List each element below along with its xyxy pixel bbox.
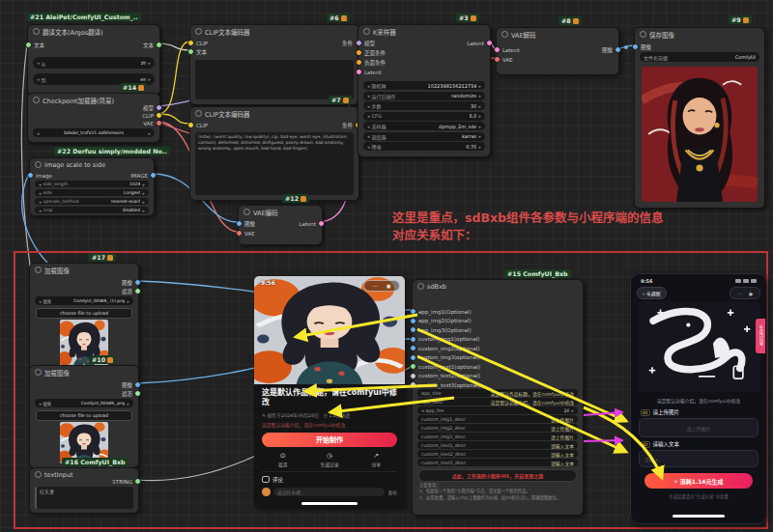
prev-arrow-icon[interactable] (367, 144, 370, 150)
prompt-textarea[interactable] (195, 60, 354, 99)
node-load-image-2[interactable]: 加载图像 图像 遮罩 图像ComfyUI_00469_.png choose f… (29, 365, 139, 468)
collapse-dot-icon[interactable] (35, 471, 42, 478)
port-latent-out[interactable]: Latent (467, 40, 490, 46)
next-arrow-icon[interactable] (142, 182, 145, 187)
history-tag[interactable]: 生成记录 (756, 319, 765, 353)
prompt-textarea[interactable]: (nsfw), (worst quality, low quality), cg… (195, 132, 354, 195)
port-dot[interactable] (356, 49, 362, 56)
port-dot[interactable] (494, 56, 501, 63)
image-upload-box[interactable]: 请上传图片 (639, 418, 759, 437)
port-image-out[interactable]: 图像 (602, 46, 618, 53)
port-text-in[interactable]: 文本 (28, 42, 44, 48)
port-custom-text1[interactable]: custom_text1(optional) (413, 363, 480, 370)
collapse-dot-icon[interactable] (363, 28, 370, 35)
voice-input-icon[interactable]: ¦ (751, 456, 753, 462)
collapse-dot-icon[interactable] (35, 369, 42, 376)
prev-arrow-icon[interactable] (39, 182, 42, 187)
node-load-image-1[interactable]: 加载图像 图像 遮罩 图像ComfyUI_00469_ (1).png choo… (29, 263, 139, 371)
port-dot[interactable] (134, 390, 141, 397)
prev-arrow-icon[interactable] (421, 407, 424, 413)
port-latent-out[interactable]: Latent (299, 220, 322, 227)
collapse-dot-icon[interactable] (35, 161, 42, 168)
port-mask-out[interactable]: 遮罩 (122, 288, 138, 294)
prev-arrow-icon[interactable] (37, 76, 40, 82)
node-clip-encode-positive[interactable]: CLIP文本编码器 CLIP 文本 条件 (189, 24, 359, 105)
reroute-dot[interactable] (624, 45, 628, 49)
node-header[interactable]: CLIP文本编码器 (190, 25, 358, 38)
collapse-dot-icon[interactable] (195, 28, 202, 35)
port-dot[interactable] (187, 48, 194, 55)
node-vae-encode[interactable]: VAE编码 图像 VAE Latent (238, 205, 323, 245)
widget-from[interactable]: 从zh (33, 57, 155, 69)
port-dot[interactable] (410, 345, 416, 351)
port-dot[interactable] (150, 172, 157, 179)
widget-image-file[interactable]: 图像ComfyUI_00469_ (1).png (35, 296, 133, 305)
port-vae-in[interactable]: VAE (239, 230, 255, 237)
widget-app-title[interactable]: app_title这是默认作品标题，请在comfyui中修改 (417, 389, 578, 397)
port-dot[interactable] (25, 42, 32, 48)
port-dot[interactable] (318, 220, 325, 227)
pay-generate-button[interactable]: ⚡ 消耗1.14元生成 (644, 473, 753, 489)
next-arrow-icon[interactable] (142, 190, 145, 196)
next-arrow-icon[interactable] (478, 113, 481, 119)
node-header[interactable]: Image scale to side (30, 158, 154, 171)
port-dot[interactable] (410, 381, 416, 388)
port-model-out[interactable]: 模型 (143, 104, 159, 111)
collapse-dot-icon[interactable] (243, 209, 250, 215)
port-dot[interactable] (356, 59, 362, 66)
widget-sampler[interactable]: 采样器dpmpp_2m_sde (363, 122, 485, 130)
node-header[interactable]: VAE编码 (239, 206, 322, 218)
port-dot[interactable] (356, 69, 362, 75)
port-image-out[interactable]: IMAGE (130, 172, 154, 179)
next-arrow-icon[interactable] (478, 133, 481, 139)
next-arrow-icon[interactable] (478, 93, 481, 98)
port-custom-img1[interactable]: custom_img1(optional) (413, 336, 479, 343)
port-conditioning-out[interactable]: 条件 (342, 122, 358, 128)
widget-custom-img3-desc[interactable]: custom_img3_desc请上传图片 (417, 433, 578, 440)
port-dot[interactable] (156, 112, 162, 119)
port-image-in[interactable]: 图像 (239, 220, 255, 227)
node-vae-decode[interactable]: VAE解码 Latent VAE 图像 (496, 27, 619, 75)
widget-app-desc[interactable]: app_desc这是默认功能介绍，请在comfyui中修改 (417, 398, 578, 406)
port-dot[interactable] (27, 172, 34, 179)
widget-filename-prefix[interactable]: 文件名前缀ComfyUI (640, 52, 759, 62)
more-icon[interactable]: ⋯ (373, 283, 379, 289)
prev-arrow-icon[interactable] (37, 130, 40, 136)
port-dot[interactable] (156, 42, 162, 48)
port-dot[interactable] (486, 40, 493, 46)
next-arrow-icon[interactable] (571, 407, 574, 413)
close-circle-icon[interactable]: ◉ (386, 283, 391, 289)
report-action[interactable]: ⊙投诉 (278, 452, 288, 467)
widget-custom-text3-desc[interactable]: custom_text3_desc请输入文本 (417, 459, 578, 466)
widget-side-length[interactable]: side_length1024 (35, 181, 149, 187)
port-dot[interactable] (410, 308, 416, 315)
port-positive-in[interactable]: 正面条件 (358, 49, 386, 56)
comment-input[interactable]: 说点什么吧… (273, 488, 385, 496)
node-header[interactable]: K采样器 (358, 25, 490, 38)
port-clip-out[interactable]: CLIP (142, 112, 159, 119)
next-arrow-icon[interactable] (478, 103, 481, 109)
port-image-out[interactable]: 图像 (122, 279, 138, 286)
next-arrow-icon[interactable] (478, 124, 481, 129)
node-clip-encode-negative[interactable]: CLIP文本编码器 CLIP 条件 (nsfw), (worst quality… (189, 106, 359, 201)
widget-upscale-method[interactable]: upscale_methodnearest-exact (35, 198, 149, 205)
text-input-area[interactable]: 红头发 (35, 487, 133, 509)
widget-custom-text2-desc[interactable]: custom_text2_desc请输入文本 (417, 450, 578, 458)
prev-arrow-icon[interactable] (39, 401, 42, 406)
port-dot[interactable] (236, 220, 243, 227)
node-checkpoint-loader[interactable]: Checkpoint加载器(简易) 模型 CLIP VAE bdsdxl_tcs… (27, 93, 160, 143)
share-action[interactable]: ↗分享 (371, 452, 381, 467)
node-image-scale[interactable]: Image scale to side image IMAGE side_len… (29, 157, 155, 216)
publish-button[interactable]: 点此，工作流转小程序/H5，开启变现之旅 (418, 469, 577, 482)
collapse-dot-icon[interactable] (33, 97, 40, 103)
port-latent-in[interactable]: Latent (497, 46, 520, 53)
node-save-image[interactable]: 保存图像 图像 文件名前缀ComfyUI (634, 27, 765, 209)
port-model-in[interactable]: 模型 (358, 40, 375, 46)
node-sdbxb[interactable]: sdBxb app_img1(Optional) app_img2(Option… (412, 279, 584, 516)
node-header[interactable]: 保存图像 (635, 28, 764, 41)
widget-side[interactable]: sideLongest (35, 189, 149, 196)
widget-scheduler[interactable]: 调度器karras (363, 132, 485, 141)
port-dot[interactable] (134, 381, 141, 388)
collapse-dot-icon[interactable] (33, 28, 40, 35)
node-header[interactable]: CLIP文本编码器 (190, 107, 358, 120)
